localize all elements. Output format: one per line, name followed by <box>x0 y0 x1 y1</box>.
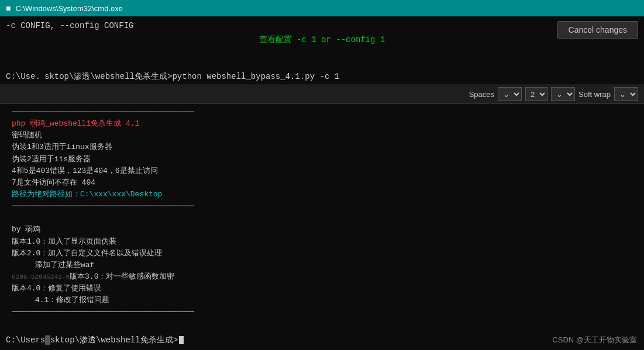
version-3: 6206-52045242-e版本3.0：对一些敏感函数加密 <box>12 271 638 283</box>
prompt-blur <box>40 73 44 81</box>
cancel-changes-button[interactable]: Cancel changes <box>557 21 638 39</box>
empty-1 <box>12 212 638 224</box>
terminal-content: ────────────────────────────────────────… <box>0 104 644 350</box>
feature-line-1: 密码随机 <box>12 130 638 141</box>
spaces-select[interactable]: ⌄ <box>498 87 522 101</box>
version-4-sub: 4.1：修改了报错问题 <box>12 294 638 306</box>
bottom-prompt: C:\Users sktop\渗透\webshell免杀生成> <box>0 330 644 350</box>
cmd-icon: ■ <box>6 4 11 13</box>
title-bar-text: C:\Windows\System32\cmd.exe <box>15 4 123 13</box>
indent-arrow[interactable]: ⌄ <box>551 87 575 101</box>
product-name-line: php 弱鸡_webshell1免杀生成 4.1 <box>12 118 638 130</box>
separator-3: ──────────────────────────────────────── <box>12 306 638 318</box>
feature-line-4: 4和5是403错误，123是404，6是禁止访问 <box>12 165 638 177</box>
title-bar: ■ C:\Windows\System32\cmd.exe <box>0 0 644 16</box>
watermark: CSDN @天工开物实验室 <box>552 335 637 345</box>
version-1: 版本1.0：加入了显示页面伪装 <box>12 236 638 248</box>
separator-1: ──────────────────────────────────────── <box>12 106 638 118</box>
main-wrapper: -c CONFIG, --config CONFIG 查看配置 -c 1 or … <box>0 16 644 350</box>
by-line: by 弱鸡 <box>12 224 638 235</box>
feature-line-3: 伪装2适用于iis服务器 <box>12 154 638 165</box>
prompt-start: C:\Use. <box>6 72 40 81</box>
editor-toolbar: Spaces ⌄ 2 ⌄ Soft wrap ⌄ <box>0 85 644 104</box>
version-2-sub: 添加了过某些waf <box>12 259 638 271</box>
path-line: 路径为绝对路径如：C:\xxx\xxx\Desktop <box>12 189 638 200</box>
empty-2 <box>12 318 638 330</box>
spaces-label: Spaces <box>469 90 494 99</box>
config-line: -c CONFIG, --config CONFIG <box>6 20 638 32</box>
indent-select[interactable]: 2 <box>525 87 547 101</box>
python-command: python webshell_bypass_4.1.py -c 1 <box>172 72 339 81</box>
prompt-end: sktop\渗透\webshell免杀生成> <box>44 72 172 81</box>
soft-wrap-select[interactable]: ⌄ <box>614 87 638 101</box>
cmd-top-area: -c CONFIG, --config CONFIG 查看配置 -c 1 or … <box>0 16 644 69</box>
soft-wrap-label: Soft wrap <box>578 90 611 99</box>
center-help-text: 查看配置 -c 1 or --config 1 <box>6 32 638 47</box>
version-2: 版本2.0：加入了自定义文件名以及错误处理 <box>12 248 638 259</box>
feature-line-5: 7是文件访问不存在 404 <box>12 177 638 189</box>
cursor <box>179 336 184 344</box>
bottom-prompt-text: C:\Users sktop\渗透\webshell免杀生成> <box>6 335 178 345</box>
python-cmd-bar: C:\Use. sktop\渗透\webshell免杀生成>python web… <box>0 69 644 85</box>
separator-2: ──────────────────────────────────────── <box>12 200 638 212</box>
feature-line-2: 伪装1和3适用于linux服务器 <box>12 141 638 153</box>
version-4: 版本4.0：修复了使用错误 <box>12 283 638 294</box>
